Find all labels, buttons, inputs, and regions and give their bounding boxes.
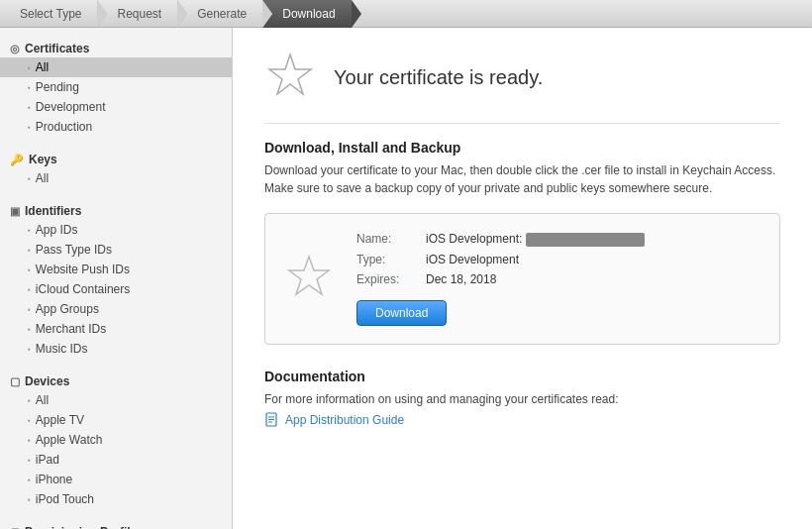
sidebar-item-devices-ipad[interactable]: iPad xyxy=(0,450,232,470)
sidebar: ◎CertificatesAllPendingDevelopmentProduc… xyxy=(0,28,233,529)
download-section-desc: Download your certificate to your Mac, t… xyxy=(264,161,780,197)
sidebar-section-provisioning: ▢Provisioning Profiles xyxy=(0,519,232,529)
nav-step-select-type[interactable]: Select Type xyxy=(0,0,97,28)
devices-section-label: Devices xyxy=(25,374,69,388)
cert-name-label: Name: xyxy=(356,232,426,247)
sidebar-item-devices-apple-watch[interactable]: Apple Watch xyxy=(0,430,232,450)
sidebar-item-keys-all[interactable]: All xyxy=(0,168,232,188)
documentation-desc: For more information on using and managi… xyxy=(264,390,780,408)
download-section-title: Download, Install and Backup xyxy=(264,140,780,156)
cert-expires-value: Dec 18, 2018 xyxy=(426,272,496,286)
app-distribution-guide-link[interactable]: App Distribution Guide xyxy=(264,412,780,428)
cert-expires-label: Expires: xyxy=(356,272,426,286)
sidebar-item-certificates-development[interactable]: Development xyxy=(0,97,232,117)
sidebar-item-certificates-production[interactable]: Production xyxy=(0,117,232,137)
keys-section-icon: 🔑 xyxy=(10,154,24,166)
nav-step-request[interactable]: Request xyxy=(97,0,177,28)
sidebar-item-devices-iphone[interactable]: iPhone xyxy=(0,470,232,489)
sidebar-section-identifiers: ▣Identifiers xyxy=(0,198,232,220)
cert-name-row: Name: iOS Development: xyxy=(356,232,760,247)
sidebar-item-identifiers-website-push-ids[interactable]: Website Push IDs xyxy=(0,260,232,279)
provisioning-section-icon: ▢ xyxy=(10,526,20,530)
sidebar-item-identifiers-icloud-containers[interactable]: iCloud Containers xyxy=(0,279,232,299)
cert-type-label: Type: xyxy=(356,253,426,266)
content-area: Your certificate is ready. Download, Ins… xyxy=(233,28,812,529)
sidebar-divider-keys xyxy=(0,188,232,198)
sidebar-section-devices: ▢Devices xyxy=(0,369,232,390)
sidebar-item-identifiers-pass-type-ids[interactable]: Pass Type IDs xyxy=(0,240,232,260)
cert-info-table: Name: iOS Development: Type: iOS Develop… xyxy=(356,232,760,326)
cert-expires-row: Expires: Dec 18, 2018 xyxy=(356,272,760,286)
sidebar-section-keys: 🔑Keys xyxy=(0,147,232,168)
doc-link-text: App Distribution Guide xyxy=(285,413,404,427)
cert-type-row: Type: iOS Development xyxy=(356,253,760,266)
identifiers-section-label: Identifiers xyxy=(25,204,81,218)
nav-step-download[interactable]: Download xyxy=(262,0,351,28)
sidebar-section-certificates: ◎Certificates xyxy=(0,36,232,57)
cert-name-value: iOS Development: xyxy=(426,232,645,247)
cert-badge-icon xyxy=(264,52,316,103)
download-section: Download, Install and Backup Download yo… xyxy=(264,140,780,197)
sidebar-divider-certificates xyxy=(0,137,232,147)
sidebar-item-identifiers-music-ids[interactable]: Music IDs xyxy=(0,339,232,359)
document-icon xyxy=(264,412,280,428)
cert-info-box: Name: iOS Development: Type: iOS Develop… xyxy=(264,213,780,345)
sidebar-item-certificates-all[interactable]: All xyxy=(0,57,232,77)
divider-1 xyxy=(264,123,780,124)
nav-step-generate[interactable]: Generate xyxy=(177,0,262,28)
main-layout: ◎CertificatesAllPendingDevelopmentProduc… xyxy=(0,28,812,529)
cert-ready-title: Your certificate is ready. xyxy=(334,66,543,89)
identifiers-section-icon: ▣ xyxy=(10,205,20,218)
provisioning-section-label: Provisioning Profiles xyxy=(25,525,144,529)
sidebar-item-devices-all[interactable]: All xyxy=(0,390,232,410)
documentation-section: Documentation For more information on us… xyxy=(264,369,780,428)
sidebar-item-devices-apple-tv[interactable]: Apple TV xyxy=(0,410,232,430)
download-button[interactable]: Download xyxy=(356,300,447,326)
sidebar-divider-devices xyxy=(0,509,232,519)
cert-type-value: iOS Development xyxy=(426,253,519,266)
sidebar-item-identifiers-app-ids[interactable]: App IDs xyxy=(0,220,232,240)
cert-ready-section: Your certificate is ready. xyxy=(264,52,780,103)
sidebar-item-identifiers-merchant-ids[interactable]: Merchant IDs xyxy=(0,319,232,339)
keys-section-label: Keys xyxy=(29,153,57,166)
svg-marker-1 xyxy=(289,257,329,294)
devices-section-icon: ▢ xyxy=(10,375,20,388)
sidebar-divider-identifiers xyxy=(0,359,232,369)
cert-name-bar xyxy=(526,233,645,247)
sidebar-item-devices-ipod-touch[interactable]: iPod Touch xyxy=(0,489,232,509)
sidebar-item-certificates-pending[interactable]: Pending xyxy=(0,77,232,97)
certificates-section-icon: ◎ xyxy=(10,43,20,55)
sidebar-item-identifiers-app-groups[interactable]: App Groups xyxy=(0,299,232,319)
certificates-section-label: Certificates xyxy=(25,42,89,55)
wizard-nav: Select TypeRequestGenerateDownload xyxy=(0,0,812,28)
documentation-title: Documentation xyxy=(264,369,780,384)
cert-info-badge-icon xyxy=(285,255,333,302)
svg-marker-0 xyxy=(269,54,311,94)
